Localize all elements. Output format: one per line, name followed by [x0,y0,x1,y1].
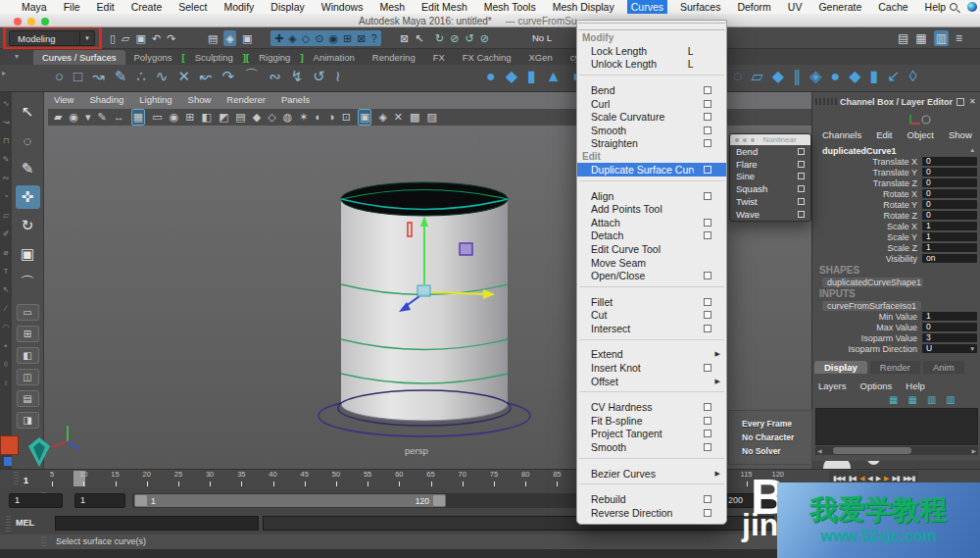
channel-value-field[interactable]: 0 [922,211,977,221]
menu-tearoff-handle[interactable] [578,23,725,30]
snap-icon[interactable]: ◈ [288,30,296,46]
channel-value-field[interactable]: 3 [922,333,977,343]
channel-value-field[interactable]: 0 [922,323,977,332]
quick-tool-icon[interactable]: ⌀ [4,249,9,257]
shelf-curve-tool-icon[interactable]: ↝ [92,68,105,85]
time-tick[interactable]: 50 [320,470,352,487]
menu-item[interactable]: Open/Close ▶ [577,269,726,282]
range-handle-end[interactable] [433,495,445,506]
quick-tool-icon[interactable]: ⊓ [3,137,9,145]
channel-box-menu-item[interactable]: Show [949,129,972,140]
shelf-curve-tool-icon[interactable]: ⌒ [244,67,259,85]
quick-tool-icon[interactable]: ◊ [4,361,8,369]
menubar-item[interactable]: Generate [814,0,865,14]
layer-list-scrollbar[interactable]: ◀ ▶ [815,446,978,455]
option-box-icon[interactable] [704,403,711,411]
layout-button[interactable]: ▭ [17,304,39,321]
sidebar-toggle-icon[interactable]: ▥ [934,30,949,46]
popout-icon[interactable] [956,98,964,106]
search-icon[interactable] [950,3,957,11]
menu-item[interactable]: Edit Curve Tool ▶ [577,242,726,256]
shelf-primitive-icon[interactable]: ↙ [887,67,900,85]
menubar-item[interactable]: Maya [18,0,51,14]
quick-tool-icon[interactable]: ∿ [3,100,10,108]
menu-item[interactable]: Rebuild ▶ [577,492,726,506]
nonlinear-titlebar[interactable]: Nonlinear [730,134,810,145]
quick-tool-icon[interactable]: ∕ [5,305,6,313]
menubar-item[interactable]: Edit [93,0,119,14]
option-box-icon[interactable] [798,211,805,218]
channel-value-field[interactable]: 0 [922,200,977,210]
menu-item[interactable]: Smooth ▶ [577,124,726,137]
quick-tool-icon[interactable]: ≀ [5,380,8,387]
menu-item[interactable]: ▶ [577,180,726,189]
animation-start-field[interactable]: 1 [9,493,63,508]
menubar-item[interactable]: Edit Mesh [417,0,471,14]
option-box-icon[interactable] [704,417,711,425]
time-tick[interactable]: 60 [383,470,415,487]
color-swatch[interactable] [0,435,19,455]
menu-item[interactable]: ▶ [577,339,726,348]
shelf-tab[interactable]: Curves / Surfaces [33,50,125,65]
toolbox-tool[interactable]: ✜ [16,185,40,209]
menubar-item[interactable]: Windows [318,0,368,14]
channel-value-field[interactable]: 1 [922,222,977,231]
menubar-item[interactable]: Cache [874,0,911,14]
shelf-primitive-icon[interactable]: ◆ [506,67,517,85]
shelf-primitive-icon[interactable]: ◆ [772,67,784,85]
menubar-item[interactable]: Mesh [375,0,409,14]
snap-icon[interactable]: ◇ [302,30,310,46]
menu-item[interactable]: ▶ [577,286,726,295]
sidebar-toggle-icon[interactable]: ≡ [956,30,962,46]
layer-list[interactable] [815,408,978,445]
range-handle-start[interactable] [135,495,147,506]
toolbox-tool[interactable]: ◌ [16,128,40,152]
layer-action-icon[interactable]: ▥ [927,394,936,405]
menu-item[interactable]: Offset ▶ [577,375,726,388]
channel-value-field[interactable]: 1 [922,232,977,242]
history-icon[interactable]: ⊘ [450,30,459,46]
channel-value-field[interactable]: 0 [922,157,977,167]
menubar-item[interactable]: File [60,0,84,14]
selection-mask-icon[interactable]: ◈ [223,30,235,46]
selection-mask-icon[interactable]: ▣ [242,30,252,46]
menu-item[interactable]: ▶ [577,483,726,492]
shelf-tab[interactable]: FX [424,50,454,65]
option-box-icon[interactable] [704,430,711,437]
layout-button[interactable]: ◧ [17,347,39,364]
shelf-tab[interactable]: ][ [242,50,250,65]
menu-item[interactable]: Bezier Curves ▶ [577,467,726,481]
playback-button[interactable]: ◀ [859,475,863,482]
menu-item[interactable]: Reverse Direction ▶ [577,506,726,520]
file-action-icon[interactable]: ↶ [152,30,161,46]
sidebar-toggle-icon[interactable]: ▤ [898,30,908,46]
shelf-tab[interactable]: Animation [305,50,364,65]
menubar-item[interactable]: Curves [627,0,667,14]
shelf-primitive-icon[interactable]: ● [830,68,840,85]
quick-tool-icon[interactable]: ▪ [5,342,8,350]
shelf-curve-tool-icon[interactable]: ↷ [222,68,235,85]
option-box-icon[interactable] [798,185,805,192]
playback-option[interactable]: Every Frame [742,419,811,429]
toolbox-tool[interactable]: ✎ [16,157,40,180]
menu-item[interactable]: Smooth ▶ [577,440,726,454]
shelf-curve-tool-icon[interactable]: ✎ [115,68,127,85]
menu-item[interactable]: Extend ▶ [577,348,726,362]
history-icon[interactable]: ⊘ [480,30,489,46]
menu-item[interactable]: Duplicate Surface Curves ▶ [577,163,726,177]
menu-item[interactable]: Lock Length L ▶ [577,44,726,58]
file-action-icon[interactable]: ▯ [110,30,116,46]
sidebar-toggle-icon[interactable]: ▦ [915,30,926,46]
shelf-primitive-icon[interactable]: ● [486,68,496,85]
nonlinear-item[interactable]: Wave [730,208,810,221]
channel-box-menu-item[interactable]: Channels [822,129,861,140]
menubar-item[interactable]: Create [127,0,167,14]
scroll-up-icon[interactable]: ▲ [969,146,975,153]
quick-tool-icon[interactable]: ↖ [3,286,10,294]
shelf-item-menu-icon[interactable]: ▸ [2,69,6,77]
shelf-primitive-icon[interactable]: ◆ [849,67,860,85]
minimize-window-button[interactable] [27,18,35,25]
option-box-icon[interactable] [704,509,711,517]
quick-tool-icon[interactable]: ✐ [3,230,10,238]
quick-tool-icon[interactable]: ∾ [3,175,10,182]
